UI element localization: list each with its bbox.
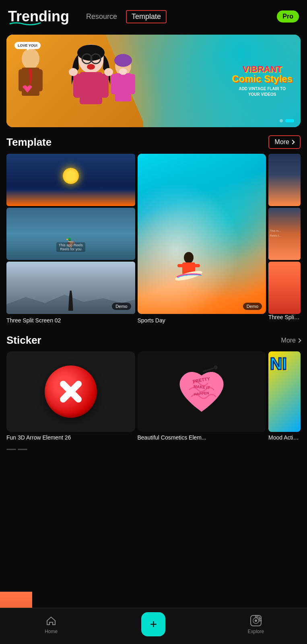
character-left — [10, 39, 71, 127]
home-icon — [45, 614, 58, 627]
template-more-button[interactable]: More — [268, 135, 301, 149]
add-icon: + — [150, 618, 157, 630]
label-sports-day: Sports Day — [138, 314, 266, 324]
nav-tabs: Resource Template — [81, 10, 277, 23]
svg-rect-11 — [80, 72, 102, 104]
svg-point-15 — [104, 68, 113, 76]
label-three-split: Three Split Screen 02 — [6, 314, 135, 324]
sticker-labels: Fun 3D Arrow Element 26 Beautiful Cosmet… — [0, 432, 307, 445]
banner-characters: LOVE YOU! — [6, 35, 143, 127]
sticker-label-2: Beautiful Cosmetics Elem... — [138, 434, 266, 441]
svg-point-44 — [255, 619, 257, 622]
thumb-water: 🦆 This app ReelsReels for you — [6, 208, 135, 260]
tab-template[interactable]: Template — [126, 10, 167, 23]
svg-rect-25 — [194, 264, 200, 267]
x-sticker-icon — [45, 365, 97, 418]
svg-rect-33 — [268, 208, 301, 260]
banner-add-vintage: ADD VINTAGE FLAIR TO — [232, 86, 293, 92]
svg-point-22 — [184, 252, 194, 263]
sticker-section-header: Sticker More — [0, 326, 307, 351]
svg-rect-12 — [73, 74, 81, 98]
pro-badge[interactable]: Pro — [277, 10, 299, 23]
sticker-chevron-icon — [297, 338, 301, 343]
partial-thumb-bot — [268, 262, 301, 314]
banner-comic-styles: Comic Styles — [232, 74, 293, 84]
partial-silhouette-mid: This m... Reels f... — [268, 208, 301, 260]
partial-column: This m... Reels f... — [268, 154, 301, 314]
banner-your-videos: YOUR VIDEOS — [232, 92, 293, 97]
template-grid: 🦆 This app ReelsReels for you Demo Demo — [0, 154, 307, 314]
tab-resource[interactable]: Resource — [81, 10, 122, 23]
banner-dots — [280, 119, 294, 122]
explore-icon: ★ — [249, 614, 262, 627]
template-card-three-split[interactable]: 🦆 This app ReelsReels for you Demo — [6, 154, 135, 314]
template-section-header: Template More — [0, 127, 307, 154]
nic-sticker-text: NI — [268, 351, 301, 376]
template-card-sports-day[interactable]: Demo — [138, 154, 266, 314]
dot-1 — [280, 119, 283, 122]
thumb-beach: Demo — [6, 262, 135, 314]
banner-text: VIBRANT Comic Styles ADD VINTAGE FLAIR T… — [232, 64, 293, 97]
banner-vibrant: VIBRANT — [232, 64, 293, 74]
svg-rect-13 — [101, 74, 109, 98]
demo-badge-sports: Demo — [243, 303, 262, 310]
svg-text:Reels f...: Reels f... — [270, 234, 281, 237]
heart-brain-svg: PRETTY MAKE IT HAPPEN — [171, 363, 232, 420]
heart-sticker-wrap: PRETTY MAKE IT HAPPEN — [171, 363, 232, 420]
explore-label: Explore — [247, 629, 264, 634]
sticker-card-x[interactable] — [6, 351, 135, 432]
sun-icon — [63, 168, 79, 184]
sticker-section-title: Sticker — [6, 334, 41, 347]
svg-rect-24 — [177, 264, 184, 267]
partial-thumb-top — [268, 154, 301, 206]
character-center — [63, 37, 119, 127]
add-button[interactable]: + — [141, 612, 165, 636]
thumb-sky — [6, 154, 135, 206]
svg-text:★: ★ — [258, 616, 260, 620]
sticker-label-1: Fun 3D Arrow Element 26 — [6, 434, 135, 441]
nav-item-explore[interactable]: ★ Explore — [240, 614, 272, 634]
sticker-card-heart[interactable]: PRETTY MAKE IT HAPPEN — [138, 351, 266, 432]
sticker-card-nic[interactable]: NI — [268, 351, 301, 432]
div-line-1 — [6, 449, 16, 450]
home-label: Home — [45, 629, 58, 634]
div-line-2 — [18, 449, 27, 450]
svg-point-21 — [119, 68, 127, 75]
bottom-divider — [6, 449, 301, 450]
sticker-label-3: Mood Action W — [268, 434, 301, 441]
sticker-more-button[interactable]: More — [281, 337, 301, 344]
partial-thumb-mid: This m... Reels f... — [268, 208, 301, 260]
template-section-title: Template — [6, 136, 52, 149]
demo-badge-left: Demo — [112, 303, 131, 310]
svg-rect-20 — [130, 74, 135, 94]
duck-text: This app ReelsReels for you — [56, 242, 85, 252]
surf-wave — [138, 154, 266, 314]
title-underline — [8, 21, 44, 26]
nav-item-home[interactable]: Home — [35, 614, 67, 634]
horizon — [6, 190, 135, 206]
svg-point-0 — [22, 48, 39, 69]
svg-point-10 — [87, 64, 95, 70]
surfer-figure — [173, 250, 205, 282]
label-partial: Three Split Scre... — [268, 314, 301, 324]
chevron-right-icon — [290, 140, 295, 144]
x-cross — [57, 378, 85, 406]
svg-text:This m...: This m... — [270, 229, 281, 232]
header: Trending Resource Template Pro — [0, 0, 307, 29]
love-bubble: LOVE YOU! — [14, 42, 41, 49]
nav-item-add[interactable]: + — [137, 612, 169, 636]
banner: LOVE YOU! — [6, 35, 301, 127]
svg-point-14 — [69, 68, 78, 76]
sticker-grid: PRETTY MAKE IT HAPPEN NI — [0, 351, 307, 432]
template-labels: Three Split Screen 02 Sports Day Three S… — [0, 314, 307, 326]
dot-2 — [285, 119, 294, 122]
svg-point-42 — [214, 365, 218, 369]
bottom-nav: Home + ★ Explore — [0, 608, 307, 644]
svg-rect-3 — [36, 69, 43, 91]
